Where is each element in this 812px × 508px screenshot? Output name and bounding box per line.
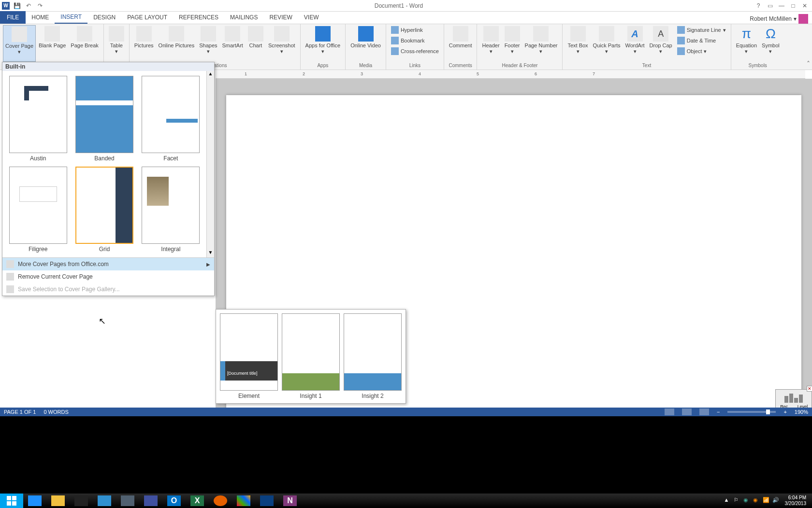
taskbar-tool[interactable]: [139, 494, 162, 508]
zoom-in-button[interactable]: +: [783, 409, 786, 415]
symbol-button[interactable]: ΩSymbol▾: [760, 25, 782, 62]
cover-thumb-insight-1[interactable]: [Document title] Insight 1: [282, 313, 340, 399]
cover-page-button[interactable]: Cover Page▾: [3, 25, 36, 62]
comment-button[interactable]: Comment: [447, 25, 474, 62]
smartart-button[interactable]: SmartArt: [220, 25, 245, 62]
tray-network-icon[interactable]: 📶: [763, 497, 770, 505]
taskbar-wmp[interactable]: [93, 494, 116, 508]
taskbar-cmd[interactable]: [70, 494, 93, 508]
quick-parts-button[interactable]: Quick Parts▾: [591, 25, 623, 62]
cover-thumb-banded[interactable]: Banded: [73, 76, 135, 162]
start-button[interactable]: [0, 494, 23, 508]
undo-button[interactable]: ↶: [24, 1, 33, 10]
page-number-button[interactable]: Page Number▾: [523, 25, 560, 62]
tab-insert[interactable]: INSERT: [55, 11, 87, 24]
tab-references[interactable]: REFERENCES: [173, 11, 224, 24]
print-layout-button[interactable]: [682, 409, 692, 415]
scroll-down-icon[interactable]: ▼: [207, 250, 214, 257]
remove-cover-page-item[interactable]: Remove Current Cover Page: [2, 270, 214, 283]
taskbar-excel[interactable]: X: [186, 494, 209, 508]
taskbar-clock[interactable]: 6:04 PM 3/20/2013: [782, 495, 810, 507]
tab-mailings[interactable]: MAILINGS: [224, 11, 263, 24]
wordart-button[interactable]: AWordArt▾: [623, 25, 646, 62]
tab-page-layout[interactable]: PAGE LAYOUT: [121, 11, 173, 24]
redo-button[interactable]: ↷: [36, 1, 44, 10]
table-button[interactable]: Table▾: [107, 25, 126, 62]
more-cover-pages-flyout: [Document title] Element [Document title…: [216, 309, 406, 404]
tab-home[interactable]: HOME: [26, 11, 55, 24]
date-time-button[interactable]: Date & Time: [675, 36, 728, 45]
maximize-button[interactable]: □: [788, 1, 798, 10]
shapes-button[interactable]: Shapes▾: [197, 25, 219, 62]
text-box-button[interactable]: Text Box▾: [566, 25, 590, 62]
ribbon-display-options[interactable]: ▭: [765, 1, 775, 10]
cross-reference-button[interactable]: Cross-reference: [389, 46, 441, 56]
online-pictures-button[interactable]: Online Pictures: [157, 25, 197, 62]
signature-line-button[interactable]: Signature Line ▾: [675, 25, 728, 35]
object-button[interactable]: Object ▾: [675, 46, 728, 56]
pictures-button[interactable]: Pictures: [132, 25, 156, 62]
blank-page-button[interactable]: Blank Page: [37, 25, 68, 62]
cover-thumb-austin[interactable]: Austin: [7, 76, 69, 162]
user-account[interactable]: Robert McMillen ▾: [750, 14, 812, 24]
taskbar-vm[interactable]: [116, 494, 139, 508]
page-break-button[interactable]: Page Break: [69, 25, 100, 62]
taskbar-apps1[interactable]: [232, 494, 255, 508]
group-text: Text Box▾ Quick Parts▾ AWordArt▾ ADrop C…: [563, 24, 731, 70]
tray-overflow-icon[interactable]: ▲: [724, 497, 732, 505]
close-icon[interactable]: ✕: [807, 386, 812, 392]
word-count[interactable]: 0 WORDS: [44, 409, 68, 415]
cover-thumb-grid[interactable]: Grid: [73, 167, 135, 253]
apps-for-office-button[interactable]: Apps for Office▾: [304, 25, 343, 62]
taskbar-outlook[interactable]: O: [162, 494, 186, 508]
header-button[interactable]: Header▾: [480, 25, 501, 62]
cover-thumb-integral[interactable]: Integral: [140, 167, 202, 253]
tab-review[interactable]: REVIEW: [263, 11, 298, 24]
tab-view[interactable]: VIEW: [298, 11, 325, 24]
group-symbols: πEquation▾ ΩSymbol▾ Symbols: [731, 24, 784, 70]
zoom-out-button[interactable]: −: [717, 409, 720, 415]
file-tab[interactable]: FILE: [0, 11, 26, 24]
more-cover-pages-item[interactable]: More Cover Pages from Office.com ▶: [2, 258, 214, 270]
taskbar-ie[interactable]: [23, 494, 46, 508]
help-button[interactable]: ?: [753, 1, 764, 10]
close-button[interactable]: ✕: [799, 1, 810, 10]
web-layout-button[interactable]: [699, 409, 709, 415]
cover-thumb-insight-2[interactable]: [Document title] Insight 2: [344, 313, 402, 399]
equation-button[interactable]: πEquation▾: [734, 25, 759, 62]
page-indicator[interactable]: PAGE 1 OF 1: [4, 409, 36, 415]
zoom-level[interactable]: 190%: [795, 409, 808, 415]
taskbar-explorer[interactable]: [46, 494, 70, 508]
bookmark-button[interactable]: Bookmark: [389, 36, 441, 45]
group-label: Text: [566, 63, 727, 70]
tray-app2-icon[interactable]: ◉: [753, 497, 761, 505]
scroll-up-icon[interactable]: ▲: [207, 71, 214, 79]
svg-rect-1: [12, 496, 16, 500]
outlook-icon: O: [167, 495, 181, 506]
hyperlink-button[interactable]: Hyperlink: [389, 25, 441, 35]
chart-button[interactable]: Chart: [246, 25, 265, 62]
cover-thumb-facet[interactable]: Facet: [140, 76, 202, 162]
taskbar-apps2[interactable]: [255, 494, 278, 508]
tray-flag-icon[interactable]: ⚐: [734, 497, 741, 505]
vm-icon: [121, 495, 134, 506]
tab-design[interactable]: DESIGN: [87, 11, 121, 24]
collapse-ribbon-button[interactable]: ˄: [807, 60, 810, 68]
screenshot-button[interactable]: Screenshot▾: [266, 25, 297, 62]
taskbar-onenote[interactable]: N: [278, 494, 302, 508]
zoom-slider[interactable]: [727, 411, 776, 413]
horizontal-ruler[interactable]: 1 2 3 4 5 6 7: [216, 70, 805, 79]
online-video-button[interactable]: Online Video: [348, 25, 383, 62]
cover-thumb-filigree[interactable]: Filigree: [7, 167, 69, 253]
footer-button[interactable]: Footer▾: [503, 25, 522, 62]
tray-app-icon[interactable]: ◉: [743, 497, 751, 505]
save-button[interactable]: 💾: [13, 1, 21, 10]
read-mode-button[interactable]: [665, 409, 674, 415]
group-label: Media: [348, 63, 383, 70]
gallery-scrollbar[interactable]: ▲ ▼: [206, 71, 214, 257]
drop-cap-button[interactable]: ADrop Cap▾: [648, 25, 674, 62]
taskbar-firefox[interactable]: [209, 494, 232, 508]
tray-volume-icon[interactable]: 🔊: [772, 497, 780, 505]
minimize-button[interactable]: —: [776, 1, 787, 10]
cover-thumb-element[interactable]: [Document title] Element: [220, 313, 278, 399]
